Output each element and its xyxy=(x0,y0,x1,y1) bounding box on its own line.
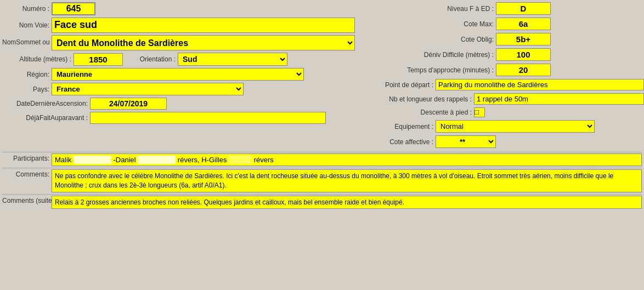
comments2-field[interactable]: Relais à 2 grosses anciennes broches non… xyxy=(52,196,642,209)
descente-label: Descente à pied : xyxy=(370,109,474,116)
cote-affective-select[interactable]: ** xyxy=(436,135,496,148)
descente-checkbox[interactable]: □ xyxy=(474,107,485,117)
rappels-field[interactable]: 1 rappel de 50m xyxy=(474,93,644,105)
equipement-select[interactable]: Normal xyxy=(436,120,595,133)
temps-field[interactable]: 20 xyxy=(496,64,551,76)
cote-affective-label: Cote affective : xyxy=(370,138,436,146)
cote-oblig-field[interactable]: 5b+ xyxy=(496,33,551,46)
deniv-label: Déniv Difficile (mètres) : xyxy=(370,51,496,59)
deniv-field[interactable]: 100 xyxy=(496,48,551,61)
deja-field[interactable] xyxy=(90,112,326,124)
participant-1-suffix: -Daniel xyxy=(114,156,136,164)
temps-label: Temps d'approche (minutes) : xyxy=(370,66,496,74)
orientation-select[interactable]: Sud xyxy=(178,53,287,66)
cote-oblig-label: Cote Oblig: xyxy=(370,36,496,43)
participant-1: Malik xyxy=(55,156,71,164)
participant-2-highlight xyxy=(138,156,176,164)
nom-voie-label: Nom Voie: xyxy=(2,21,52,29)
numero-label: Numéro : xyxy=(2,5,52,13)
orientation-label: Orientation : xyxy=(123,55,178,63)
nom-sommet-select[interactable]: Dent du Monolithe de Sardières xyxy=(52,35,355,50)
rappels-label: Nb et longueur des rappels : xyxy=(370,95,474,103)
participants-label: Participants: xyxy=(2,153,52,162)
nom-voie-field[interactable]: Face sud xyxy=(52,18,355,33)
depart-label: Point de départ : xyxy=(370,81,436,89)
participant-1-highlight xyxy=(74,156,111,164)
altitude-label: Altitude (mètres) : xyxy=(2,55,74,63)
numero-field[interactable]: 645 xyxy=(52,2,95,15)
date-field[interactable]: 24/07/2019 xyxy=(90,98,167,110)
pays-label: Pays: xyxy=(2,86,52,93)
cote-max-field[interactable]: 6a xyxy=(496,18,551,30)
region-label: Région: xyxy=(2,71,52,78)
participant-3-highlight xyxy=(229,156,252,164)
comments-label: Comments: xyxy=(2,169,52,178)
deja-label: DéjàFaitAuparavant : xyxy=(2,114,90,122)
niveau-label: Niveau F à ED : xyxy=(370,5,496,13)
cote-max-label: Cote Max: xyxy=(370,20,496,28)
nom-sommet-label: NomSommet ou secteur : xyxy=(2,38,52,47)
altitude-field[interactable]: 1850 xyxy=(74,53,123,66)
region-select[interactable]: Maurienne xyxy=(52,68,304,81)
pays-select[interactable]: France xyxy=(52,83,244,95)
participant-2-suffix: révers, H-Gilles xyxy=(178,156,227,164)
comments-field[interactable]: Ne pas confondre avec le célèbre Monolit… xyxy=(52,169,642,192)
participants-field[interactable]: Malik -Daniel révers, H-Gilles révers xyxy=(52,153,642,166)
participant-3-suffix: révers xyxy=(254,156,274,164)
niveau-field[interactable]: D xyxy=(496,2,551,15)
equipement-label: Equipement : xyxy=(370,123,436,130)
comments2-label: Comments (suite) : xyxy=(2,196,52,206)
depart-field[interactable]: Parking du monolithe de Sardières xyxy=(436,79,644,90)
date-label: DateDernièreAscension: xyxy=(2,100,90,107)
